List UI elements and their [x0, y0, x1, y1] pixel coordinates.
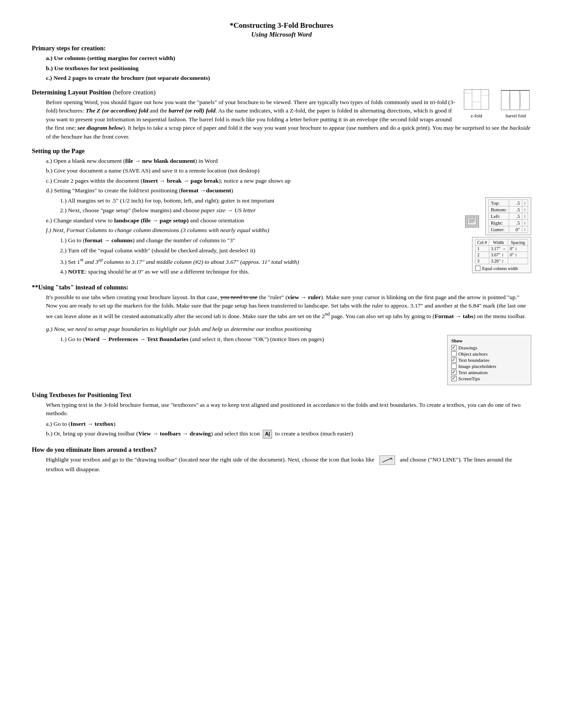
margin-row-top: Top: .5 ↕ [489, 199, 528, 206]
margins-table: Top: .5 ↕ Bottom: .5 ↕ Left: .5 ↕ Right:… [485, 197, 531, 235]
using-tabs-body: It's possible to use tabs when creating … [46, 293, 531, 320]
setup-sub-f2: 2.) Turn off the "equal column width" (s… [60, 246, 531, 255]
pref-text-boundaries: Text boundaries [451, 357, 527, 363]
margin-row-bottom: Bottom: .5 ↕ [489, 206, 528, 213]
pref-drawings: Drawings [451, 345, 527, 350]
drawings-checkbox [451, 345, 457, 350]
setup-item-b: b.) Give your document a name (SAVE AS) … [46, 166, 531, 175]
margin-row-gutter: Gutter: 0" ↕ [489, 226, 528, 233]
columns-table: Col # Width Spacing 1 3.17" → 0" ↕ 2 3.6… [472, 237, 531, 273]
determining-layout-body: Before opening Word, you should figure o… [46, 98, 531, 141]
pref-object-anchors: Object anchors [451, 351, 527, 356]
setup-item-c: c.) Create 2 pages within the document (… [46, 176, 531, 185]
setup-sub-f1: 1.) Go to (format → columns) and change … [60, 236, 531, 245]
using-textboxes-section: Using Textboxes for Positioning Text Whe… [32, 391, 531, 440]
equal-column-label: Equal column width [482, 266, 518, 271]
page-title: *Constructing 3-Fold Brochures [32, 21, 531, 30]
column-row-1: 1 3.17" → 0" ↕ [475, 246, 528, 252]
text-animation-label: Text animation [458, 370, 487, 375]
column-row-3: 3 3.26" ↕ [475, 258, 528, 264]
margin-row-left: Left: .5 ↕ [489, 213, 528, 219]
item-g: g.) Now, we need to setup page boundarie… [46, 325, 531, 334]
margin-row-right: Right: .5 ↕ [489, 219, 528, 226]
eliminate-lines-section: How do you eliminate lines around a text… [32, 446, 531, 474]
equal-column-checkbox [475, 266, 480, 271]
screentips-label: ScreenTips [458, 376, 480, 381]
pref-image-placeholders: Image placeholders [451, 364, 527, 369]
text-boundaries-label: Text boundaries [458, 357, 489, 363]
line-tool-icon [379, 455, 395, 465]
column-row-2: 2 3.67" ↕ 0" ↕ [475, 252, 528, 258]
object-anchors-checkbox [451, 351, 457, 356]
setup-sub-f3: 3.) Set 1st and 3rd columns to 3.17" and… [60, 256, 531, 266]
page-subtitle: Using Microsoft Word [32, 31, 531, 38]
image-placeholders-checkbox [451, 364, 457, 369]
textbox-item-b: b.) Or, bring up your drawing toolbar (V… [46, 429, 531, 439]
using-tabs-heading: **Using "tabs" instead of columns: [32, 284, 531, 291]
setup-sub-f4: 4.) NOTE: spacing should be at 0" as we … [60, 267, 531, 276]
primary-steps-heading: Primary steps for creation: [32, 45, 531, 52]
setup-item-a: a.) Open a blank new document (file → ne… [46, 157, 531, 165]
primary-step-a: a.) Use columns (setting margins for cor… [46, 54, 531, 63]
textbox-item-a: a.) Go to (Insert → textbox) [46, 420, 531, 428]
setup-item-f: f.) Next, Format Columns to change colum… [46, 226, 531, 235]
barrel-fold-diagram: barrel fold [500, 89, 531, 118]
text-animation-checkbox [451, 370, 457, 375]
using-textboxes-body: When typing text in the 3-fold brochure … [46, 401, 531, 418]
using-tabs-section: **Using "tabs" instead of columns: It's … [32, 284, 531, 320]
primary-step-b: b.) Use textboxes for text positioning [46, 64, 531, 73]
text-boundaries-checkbox [451, 357, 457, 363]
eliminate-lines-body: Highlight your textbox and go to the "dr… [46, 455, 531, 474]
drawings-label: Drawings [458, 345, 477, 350]
setup-sub-d1: 1.) All margins set to .5" (1/2 inch) fo… [60, 196, 531, 205]
determining-layout-section: z-fold barrel fold [32, 89, 531, 141]
z-fold-label: z-fold [471, 113, 482, 118]
z-fold-diagram: z-fold [463, 89, 490, 118]
setup-item-d: d.) Setting "Margins" to create the fold… [46, 186, 531, 195]
setup-sub-d2: 2.) Next, choose "page setup" (below mar… [60, 206, 531, 215]
show-prefs-title: Show [451, 338, 527, 343]
textbox-toolbar-icon: A| [263, 430, 272, 439]
eliminate-lines-heading: How do you eliminate lines around a text… [32, 446, 531, 454]
pref-screentips: ScreenTips [451, 376, 527, 381]
svg-rect-3 [501, 90, 529, 110]
fold-diagrams-box: z-fold barrel fold [463, 89, 531, 118]
primary-step-c: c.) Need 2 pages to create the brochure … [46, 74, 531, 83]
pref-text-animation: Text animation [451, 370, 527, 375]
image-placeholders-label: Image placeholders [458, 364, 496, 369]
svg-rect-0 [464, 90, 489, 109]
screentips-checkbox [451, 376, 457, 381]
page-setup-icon [465, 215, 479, 228]
barrel-fold-label: barrel fold [506, 113, 526, 118]
setting-up-page-heading: Setting up the Page [32, 147, 531, 155]
primary-steps-section: Primary steps for creation: a.) Use colu… [32, 45, 531, 83]
using-textboxes-heading: Using Textboxes for Positioning Text [32, 391, 531, 399]
determining-layout-heading: Determining Layout Position (before crea… [32, 89, 531, 96]
svg-rect-6 [468, 218, 476, 225]
object-anchors-label: Object anchors [458, 351, 487, 356]
show-preferences-box: Show Drawings Object anchors Text bounda… [447, 335, 531, 385]
setting-up-page-section: Setting up the Page a.) Open a blank new… [32, 147, 531, 278]
setup-item-e: e.) Change standard view to landscape (f… [46, 216, 531, 225]
equal-column-width-row: Equal column width [475, 266, 528, 271]
item-g-section: g.) Now, we need to setup page boundarie… [32, 325, 531, 385]
columns-header: Col # Width Spacing [475, 240, 528, 246]
